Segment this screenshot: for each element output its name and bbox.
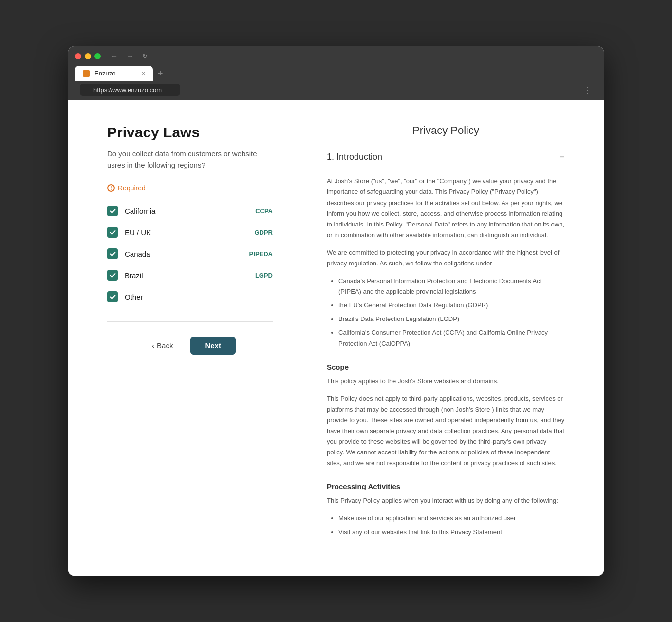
browser-window: ← → ↻ Enzuzo × + 🔒 ⋮ Privacy Laws Do you… [68,46,604,575]
policy-section-scope: Scope This policy applies to the Josh's … [327,363,565,469]
eu-uk-label: EU / UK [125,228,247,237]
close-window-button[interactable] [75,53,81,59]
policy-section-processing: Processing Activities This Privacy Polic… [327,482,565,537]
new-tab-button[interactable]: + [153,67,168,81]
back-label: Back [157,341,173,350]
address-bar-wrap: 🔒 [80,84,579,96]
close-tab-button[interactable]: × [142,70,145,77]
address-bar-row: 🔒 ⋮ [75,81,597,100]
list-item: Canada's Personal Information Protection… [338,276,565,297]
intro-paragraph-2: We are committed to protecting your priv… [327,247,565,269]
page-content: Privacy Laws Do you collect data from cu… [68,100,604,575]
processing-paragraph-1: This Privacy Policy applies when you int… [327,495,565,506]
brazil-tag: LGPD [255,272,273,279]
other-checkbox[interactable] [107,291,118,302]
browser-menu-button[interactable]: ⋮ [583,85,592,95]
list-item: the EU's General Protection Data Regulat… [338,300,565,311]
list-item: Visit any of our websites that link to t… [338,527,565,538]
other-label: Other [125,293,266,301]
back-button[interactable]: ‹ Back [144,338,181,354]
canada-label: Canada [125,250,243,258]
list-item: California's Consumer Protection Act (CC… [338,327,565,349]
eu-uk-tag: GDPR [254,229,273,236]
list-item: EU / UK GDPR [107,227,273,238]
list-item: California CCPA [107,206,273,216]
california-checkbox[interactable] [107,206,118,216]
tabs-bar: Enzuzo × + [75,66,597,81]
forward-nav-button[interactable]: → [124,51,136,61]
divider [107,321,273,322]
address-bar[interactable] [80,84,180,96]
page-subtitle: Do you collect data from customers or we… [107,149,273,170]
intro-list: Canada's Personal Information Protection… [327,276,565,349]
back-nav-button[interactable]: ← [109,51,120,61]
list-item: Make use of our application and services… [338,513,565,524]
california-tag: CCPA [255,207,273,215]
required-text: Required [118,184,146,192]
policy-section-introduction: 1. Introduction − At Josh's Store ("us",… [327,151,565,349]
nav-buttons: ‹ Back Next [107,337,273,355]
collapse-icon[interactable]: − [559,151,565,163]
intro-paragraph-1: At Josh's Store ("us", "we", "our" or th… [327,176,565,241]
favicon-icon [83,70,90,77]
brazil-checkbox[interactable] [107,270,118,281]
policy-title: Privacy Policy [327,124,565,137]
required-icon: ! [107,184,115,192]
right-panel: Privacy Policy 1. Introduction − At Josh… [302,124,565,551]
next-button[interactable]: Next [190,337,236,355]
list-item: Other [107,291,273,302]
list-item: Brazil's Data Protection Legislation (LG… [338,314,565,324]
list-item: Brazil LGPD [107,270,273,281]
back-chevron-icon: ‹ [152,341,154,350]
region-list: California CCPA EU / UK GDPR [107,206,273,302]
section-title-introduction: 1. Introduction [327,152,382,162]
scope-paragraph-1: This policy applies to the Josh's Store … [327,376,565,387]
processing-list: Make use of our application and services… [327,513,565,537]
traffic-lights [75,53,101,59]
canada-tag: PIPEDA [249,250,273,258]
browser-tab[interactable]: Enzuzo × [75,66,153,81]
minimize-window-button[interactable] [85,53,91,59]
maximize-window-button[interactable] [94,53,101,59]
browser-chrome: ← → ↻ Enzuzo × + 🔒 ⋮ [68,46,604,100]
browser-controls: ← → ↻ [75,51,597,61]
processing-title: Processing Activities [327,482,565,490]
required-label: ! Required [107,184,273,192]
reload-button[interactable]: ↻ [140,52,150,61]
scope-title: Scope [327,363,565,371]
scope-paragraph-2: This Policy does not apply to third-part… [327,394,565,469]
brazil-label: Brazil [125,271,248,280]
left-panel: Privacy Laws Do you collect data from cu… [107,124,273,551]
eu-uk-checkbox[interactable] [107,227,118,238]
california-label: California [125,207,248,215]
section-header-introduction: 1. Introduction − [327,151,565,168]
canada-checkbox[interactable] [107,248,118,259]
tab-title: Enzuzo [94,70,115,77]
page-title: Privacy Laws [107,124,273,141]
list-item: Canada PIPEDA [107,248,273,259]
